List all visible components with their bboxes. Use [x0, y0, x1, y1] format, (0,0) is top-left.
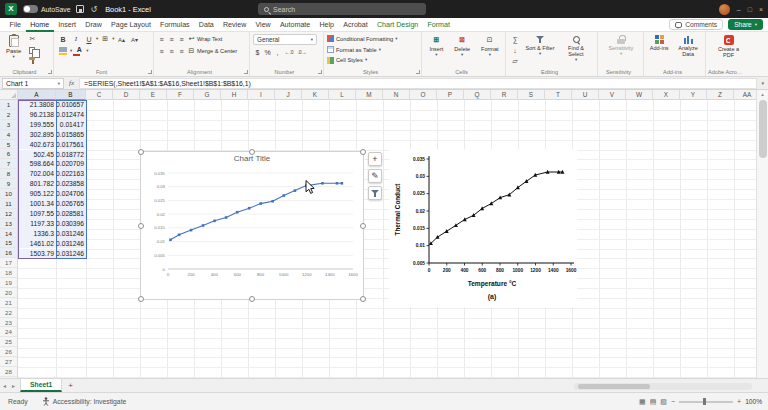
row-header-12[interactable]: 12	[0, 209, 17, 219]
column-header-X[interactable]: X	[653, 90, 680, 100]
zoom-slider[interactable]	[679, 401, 733, 403]
row-header-18[interactable]: 18	[0, 268, 17, 278]
row-header-20[interactable]: 20	[0, 288, 17, 298]
formula-bar-expand-icon[interactable]: ▾	[757, 80, 768, 86]
tab-review[interactable]: Review	[218, 18, 250, 32]
merge-center-label[interactable]: Merge & Center	[197, 48, 237, 54]
align-right-button[interactable]: ≡	[177, 46, 186, 56]
tab-view[interactable]: View	[251, 18, 275, 32]
chart-resize-handle[interactable]	[249, 149, 255, 155]
tab-data[interactable]: Data	[194, 18, 218, 32]
cell-B7[interactable]: 0.020709	[56, 159, 86, 169]
sheet-nav-left-icon[interactable]: ◂	[0, 382, 9, 389]
autosave-toggle[interactable]	[23, 5, 38, 13]
cell-A9[interactable]: 801.782	[18, 179, 56, 189]
chart-resize-handle[interactable]	[138, 149, 144, 155]
close-icon[interactable]: ×	[759, 6, 763, 13]
tab-page-layout[interactable]: Page Layout	[106, 18, 155, 32]
zoom-in-button[interactable]: +	[737, 398, 741, 405]
formula-input[interactable]: =SERIES(,Sheet1!$A$1:$A$16,Sheet1!$B$1:$…	[79, 78, 757, 89]
pasted-figure[interactable]: Thermal Conduct 0.0050.010.0150.020.0250…	[389, 149, 577, 307]
chart-resize-handle[interactable]	[249, 296, 255, 302]
row-header-10[interactable]: 10	[0, 189, 17, 199]
horizontal-scrollbar-thumb[interactable]	[578, 384, 650, 389]
row-header-2[interactable]: 2	[0, 110, 17, 120]
row-header-28[interactable]: 28	[0, 367, 17, 377]
row-header-15[interactable]: 15	[0, 238, 17, 248]
chart-resize-handle[interactable]	[138, 296, 144, 302]
cell-B9[interactable]: 0.023858	[56, 179, 86, 189]
cell-B11[interactable]: 0.026765	[56, 199, 86, 209]
row-header-11[interactable]: 11	[0, 199, 17, 209]
undo-icon[interactable]: ↺	[90, 5, 97, 14]
sort-filter-button[interactable]: Sort & Filter ▾	[523, 34, 557, 65]
chart-elements-button[interactable]: +	[368, 152, 382, 166]
chart-resize-handle[interactable]	[138, 223, 144, 229]
autosum-icon[interactable]: ∑	[509, 34, 521, 44]
chart-filters-button[interactable]	[368, 186, 382, 200]
decrease-font-button[interactable]: A▾	[128, 34, 140, 44]
format-cells-button[interactable]: ⊡ Format ▾	[479, 34, 500, 65]
fx-icon[interactable]: fx	[69, 79, 74, 87]
decrease-decimal-button[interactable]: .0→	[296, 47, 308, 57]
chart-resize-handle[interactable]	[360, 296, 366, 302]
create-pdf-button[interactable]: Create a PDF	[714, 34, 744, 65]
column-header-T[interactable]: T	[545, 90, 572, 100]
italic-button[interactable]: I	[70, 34, 82, 44]
vertical-scrollbar-thumb[interactable]	[759, 100, 767, 158]
underline-button[interactable]: U	[83, 34, 95, 44]
cell-A6[interactable]: 502.45	[18, 150, 56, 160]
cut-icon[interactable]: ✂	[26, 34, 38, 44]
horizontal-scrollbar[interactable]	[574, 383, 752, 390]
cell-A2[interactable]: 96.2138	[18, 110, 56, 120]
zoom-slider-thumb[interactable]	[703, 398, 706, 405]
chevron-down-icon[interactable]: ▾	[70, 49, 72, 53]
column-header-AA[interactable]: AA	[734, 90, 756, 100]
column-header-E[interactable]: E	[140, 90, 167, 100]
comma-style-button[interactable]: ,	[273, 47, 282, 57]
maximize-icon[interactable]: □	[748, 6, 752, 13]
row-header-9[interactable]: 9	[0, 179, 17, 189]
column-header-I[interactable]: I	[248, 90, 275, 100]
column-header-D[interactable]: D	[113, 90, 140, 100]
tab-chart-design[interactable]: Chart Design	[372, 18, 423, 32]
select-all-corner[interactable]	[0, 90, 18, 100]
column-header-L[interactable]: L	[329, 90, 356, 100]
cell-B5[interactable]: 0.017561	[56, 140, 86, 150]
accessibility-status[interactable]: Accessibility: Investigate	[42, 397, 127, 406]
share-button[interactable]: Share ▾	[728, 19, 763, 30]
column-header-F[interactable]: F	[167, 90, 194, 100]
column-header-C[interactable]: C	[86, 90, 113, 100]
normal-view-icon[interactable]: ▦	[639, 398, 646, 406]
add-ins-button[interactable]: Add-ins	[648, 34, 671, 65]
user-avatar[interactable]	[719, 4, 730, 15]
fill-icon[interactable]: ↓	[509, 45, 521, 55]
column-header-V[interactable]: V	[599, 90, 626, 100]
column-header-S[interactable]: S	[518, 90, 545, 100]
row-header-5[interactable]: 5	[0, 140, 17, 150]
row-header-27[interactable]: 27	[0, 357, 17, 367]
column-header-P[interactable]: P	[437, 90, 464, 100]
cell-A4[interactable]: 302.895	[18, 130, 56, 140]
sheet-tab-sheet1[interactable]: Sheet1	[20, 379, 62, 392]
tab-formulas[interactable]: Formulas	[155, 18, 194, 32]
column-header-J[interactable]: J	[275, 90, 302, 100]
row-header-24[interactable]: 24	[0, 327, 17, 337]
row-header-26[interactable]: 26	[0, 347, 17, 357]
cell-B6[interactable]: 0.018772	[56, 150, 86, 160]
tab-format[interactable]: Format	[423, 18, 455, 32]
add-sheet-button[interactable]: +	[62, 381, 79, 390]
excel-logo-icon[interactable]	[5, 3, 17, 15]
chevron-down-icon[interactable]: ▾	[58, 81, 60, 86]
sheet-grid[interactable]: 21.38080.01065796.21380.012474199.5550.0…	[0, 100, 756, 378]
column-header-N[interactable]: N	[383, 90, 410, 100]
font-color-button[interactable]: A	[73, 46, 85, 56]
align-center-button[interactable]: ≡	[167, 46, 176, 56]
increase-font-button[interactable]: A▴	[115, 34, 127, 44]
name-box[interactable]: Chart 1 ▾	[2, 78, 64, 89]
scroll-up-icon[interactable]: ▴	[761, 90, 764, 99]
cell-B10[interactable]: 0.024706	[56, 189, 86, 199]
dialog-launcher-icon[interactable]	[416, 70, 420, 74]
cell-B3[interactable]: 0.01417	[56, 120, 86, 130]
chevron-down-icon[interactable]: ▾	[112, 37, 114, 41]
